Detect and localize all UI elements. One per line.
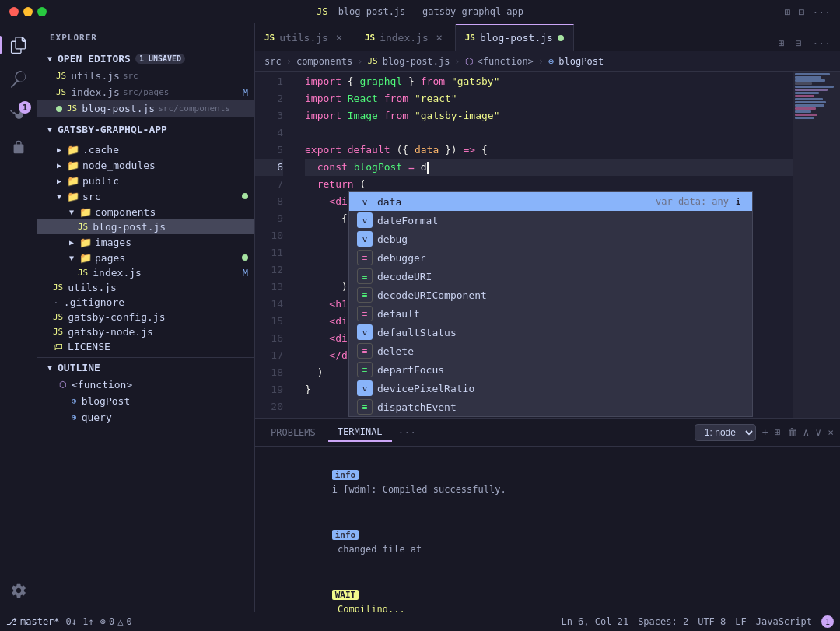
ac-item-dateformat[interactable]: v dateFormat <box>349 211 752 230</box>
ac-type: var data: any i <box>656 195 744 208</box>
tree-blog-post[interactable]: JS blog-post.js <box>37 219 254 234</box>
cursor-position[interactable]: Ln 6, Col 21 <box>561 616 628 627</box>
titlebar-actions: ⊞ ⊟ ··· <box>785 6 831 18</box>
tree-gatsby-config[interactable]: JS gatsby-config.js <box>37 310 254 324</box>
close-terminal-icon[interactable]: × <box>828 426 834 438</box>
tree-license[interactable]: 🏷 LICENSE <box>37 339 254 354</box>
outline-blogpost[interactable]: ⊕ blogPost <box>37 393 254 409</box>
terminal-more[interactable]: ··· <box>398 426 416 438</box>
tab-close-index[interactable]: × <box>433 31 446 44</box>
activity-explorer[interactable] <box>3 30 34 61</box>
chevron-down-icon[interactable]: ∨ <box>815 426 821 438</box>
maximize-button[interactable] <box>37 7 47 16</box>
code-editor[interactable]: 1 2 3 4 5 6 7 8 9 10 11 12 13 14 15 16 1 <box>255 72 840 418</box>
git-branch[interactable]: ⎇ master* <box>6 616 60 627</box>
open-file-index[interactable]: JS index.js src/pages M <box>37 84 254 100</box>
chevron-up-icon[interactable]: ∧ <box>803 426 810 438</box>
ac-var-icon: v <box>357 380 373 396</box>
ac-item-default[interactable]: ≡ default <box>349 304 752 323</box>
breadcrumb-file[interactable]: blog-post.js <box>383 56 450 67</box>
notification-bell[interactable]: 1 <box>821 615 834 628</box>
file-icon: · <box>53 296 59 308</box>
open-editors-section[interactable]: ▼ OPEN EDITORS 1 UNSAVED <box>37 49 254 68</box>
js-icon: JS <box>56 71 66 81</box>
info-label: info <box>332 530 359 540</box>
ac-item-devicepixelratio[interactable]: v devicePixelRatio <box>349 379 752 398</box>
breadcrumb-components[interactable]: components <box>296 56 352 67</box>
activity-source-control[interactable]: 1 <box>3 98 34 129</box>
folder-icon: 📁 <box>79 237 92 248</box>
open-file-blogpost[interactable]: JS blog-post.js src/components <box>37 100 254 117</box>
error-count[interactable]: ⊗ 0 △ 0 <box>100 616 132 627</box>
tab-utils[interactable]: JS utils.js × <box>255 24 355 51</box>
ac-item-delete[interactable]: ≡ delete <box>349 342 752 360</box>
tree-components[interactable]: ▼ 📁 components <box>37 204 254 219</box>
tree-images[interactable]: ▶ 📁 images <box>37 234 254 250</box>
layout-icon[interactable]: ⊟ <box>793 36 805 51</box>
split-icon[interactable]: ⊞ <box>785 6 791 18</box>
terminal-tab-problems[interactable]: PROBLEMS <box>261 424 325 441</box>
info-badge[interactable]: i <box>732 195 744 208</box>
minimize-button[interactable] <box>23 7 33 16</box>
breadcrumb-function[interactable]: <function> <box>478 56 534 67</box>
more-icon[interactable]: ··· <box>810 36 834 51</box>
spaces-info[interactable]: Spaces: 2 <box>638 616 688 627</box>
close-button[interactable] <box>9 7 19 16</box>
tree-public[interactable]: ▶ 📁 public <box>37 173 254 188</box>
code-line-2: import React from "react" <box>305 90 793 107</box>
tab-close-utils[interactable]: × <box>333 31 345 44</box>
project-section[interactable]: ▼ GATSBY-GRAPHQL-APP <box>37 120 254 138</box>
tree-index[interactable]: JS index.js M <box>37 265 254 280</box>
activity-settings[interactable] <box>3 575 34 606</box>
sync-status[interactable]: 0↓ 1↑ <box>66 616 94 627</box>
breadcrumb-src[interactable]: src <box>264 56 282 67</box>
ac-item-defaultstatus[interactable]: v defaultStatus <box>349 323 752 342</box>
add-terminal-icon[interactable]: + <box>762 426 768 438</box>
ac-kw-icon: ≡ <box>357 250 373 265</box>
outline-function[interactable]: ⬡ <function> <box>37 377 254 393</box>
ac-item-debugger[interactable]: ≡ debugger <box>349 248 752 267</box>
tab-blogpost[interactable]: JS blog-post.js <box>456 24 574 51</box>
ac-item-debug[interactable]: v debug <box>349 230 752 248</box>
tree-cache[interactable]: ▶ 📁 .cache <box>37 142 254 157</box>
tree-gatsby-node[interactable]: JS gatsby-node.js <box>37 324 254 339</box>
tree-gitignore[interactable]: · .gitignore <box>37 295 254 310</box>
error-icon: ⊗ <box>100 616 106 627</box>
ac-label: decodeURIComponent <box>377 289 744 301</box>
tree-node-modules[interactable]: ▶ 📁 node_modules <box>37 157 254 173</box>
breadcrumb-js-icon: JS <box>367 56 377 66</box>
activity-search[interactable] <box>3 64 34 95</box>
ac-label: delete <box>377 345 744 357</box>
tree-src[interactable]: ▼ 📁 src <box>37 188 254 204</box>
ac-item-data[interactable]: v data var data: any i <box>349 192 752 211</box>
tab-index[interactable]: JS index.js × <box>355 24 456 51</box>
ac-item-decodeuricomponent[interactable]: ≡ decodeURIComponent <box>349 286 752 304</box>
open-editors-chevron: ▼ <box>44 52 56 65</box>
outline-header[interactable]: ▼ OUTLINE <box>37 358 254 377</box>
more-icon[interactable]: ··· <box>813 6 831 18</box>
terminal-tab-terminal[interactable]: TERMINAL <box>328 423 392 442</box>
ac-label: dateFormat <box>377 215 744 226</box>
ac-item-departfocus[interactable]: ≡ departFocus <box>349 360 752 379</box>
tree-pages[interactable]: ▼ 📁 pages <box>37 250 254 265</box>
ac-item-dispatchevent[interactable]: ≡ dispatchEvent <box>349 398 752 416</box>
line-ending[interactable]: LF <box>735 616 746 627</box>
branch-name: master* <box>20 616 60 627</box>
layout-icon[interactable]: ⊟ <box>799 6 805 18</box>
terminal-node-select[interactable]: 1: node <box>695 424 756 441</box>
breadcrumb-blogpost[interactable]: blogPost <box>558 56 604 67</box>
split-terminal-icon[interactable]: ⊞ <box>775 426 781 438</box>
language-mode[interactable]: JavaScript <box>756 616 812 627</box>
ac-item-decodeuri[interactable]: ≡ decodeURI <box>349 267 752 286</box>
split-editor-icon[interactable]: ⊞ <box>775 36 788 51</box>
folder-icon: 📁 <box>67 175 79 187</box>
delete-terminal-icon[interactable]: 🗑 <box>787 426 797 438</box>
window-title: JS blog-post.js — gatsby-graphql-app <box>317 6 523 17</box>
activity-extensions[interactable] <box>3 132 34 163</box>
open-file-utils[interactable]: JS utils.js src <box>37 68 254 84</box>
encoding[interactable]: UTF-8 <box>698 616 726 627</box>
tree-utils[interactable]: JS utils.js <box>37 280 254 295</box>
outline-query[interactable]: ⊕ query <box>37 409 254 426</box>
terminal-actions: 1: node + ⊞ 🗑 ∧ ∨ × <box>695 424 834 441</box>
source-control-badge: 1 <box>19 101 31 114</box>
